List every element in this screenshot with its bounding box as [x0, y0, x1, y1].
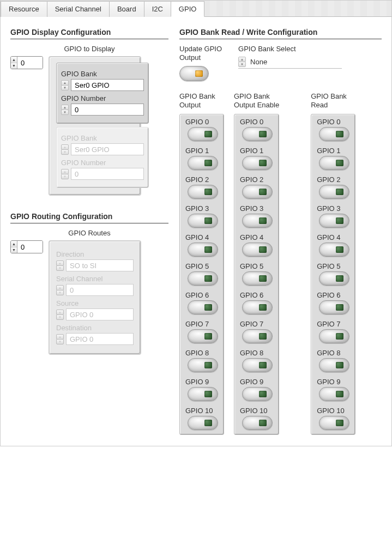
- gpio-cell: GPIO 2: [240, 174, 273, 201]
- source-spin: ▲▼: [56, 310, 64, 320]
- bank-select[interactable]: ▲▼ None: [238, 57, 342, 69]
- gpio-toggle-output-enable-10[interactable]: [242, 416, 273, 430]
- routes-index-stepper[interactable]: ▲ ▼: [10, 240, 43, 253]
- bank-spin-down[interactable]: ▼: [61, 85, 69, 90]
- gpio-toggle-output-enable-2[interactable]: [242, 185, 273, 199]
- gpio-toggle-output-enable-9[interactable]: [242, 387, 273, 401]
- gpio-number-spin-down[interactable]: ▼: [61, 110, 69, 115]
- bank-spin-disabled: ▲ ▼: [61, 144, 69, 155]
- gpio-toggle-output-9[interactable]: [188, 387, 218, 401]
- gpio-toggle-read-7[interactable]: [319, 329, 349, 343]
- gpio-toggle-output-enable-6[interactable]: [242, 300, 273, 314]
- tab-serial-channel[interactable]: Serial Channel: [47, 1, 110, 17]
- gpio-number-value-disabled: [71, 168, 144, 180]
- gpio-toggle-output-enable-0[interactable]: [242, 127, 273, 141]
- destination-spin: ▲▼: [56, 334, 64, 344]
- gpio-toggle-output-enable-1[interactable]: [242, 156, 273, 170]
- tab-resource[interactable]: Resource: [1, 1, 47, 17]
- gpio-cell: GPIO 7: [185, 319, 218, 346]
- display-index-stepper[interactable]: ▲ ▼: [10, 56, 43, 69]
- gpio-toggle-output-5[interactable]: [188, 271, 218, 286]
- gpio-number-label: GPIO Number: [61, 94, 144, 102]
- gpio-cell: GPIO 4: [185, 232, 218, 259]
- led-icon: [259, 420, 267, 426]
- gpio-toggle-output-enable-5[interactable]: [242, 271, 273, 286]
- gpio-toggle-output-8[interactable]: [188, 358, 218, 372]
- gpio-toggle-output-enable-7[interactable]: [242, 329, 273, 343]
- gpio-toggle-output-4[interactable]: [188, 243, 218, 257]
- gpio-col-list: GPIO 0GPIO 1GPIO 2GPIO 3GPIO 4GPIO 5GPIO…: [234, 114, 279, 435]
- led-icon: [204, 304, 212, 311]
- display-index-up[interactable]: ▲: [11, 57, 17, 63]
- gpio-toggle-output-7[interactable]: [188, 329, 218, 343]
- gpio-toggle-read-6[interactable]: [319, 300, 349, 314]
- gpio-toggle-output-enable-3[interactable]: [242, 214, 273, 228]
- gpio-toggle-output-3[interactable]: [188, 214, 218, 228]
- gpio-toggle-output-enable-4[interactable]: [242, 243, 273, 257]
- gpio-toggle-read-2[interactable]: [319, 185, 349, 199]
- led-icon: [259, 391, 267, 397]
- tab-board[interactable]: Board: [109, 1, 144, 17]
- display-index-down[interactable]: ▼: [11, 63, 17, 69]
- routes-index-down[interactable]: ▼: [11, 247, 17, 253]
- gpio-cell: GPIO 6: [240, 290, 273, 317]
- gpio-cell: GPIO 0: [240, 117, 273, 143]
- gpio-cell: GPIO 7: [317, 319, 349, 346]
- tab-gpio[interactable]: GPIO: [171, 1, 205, 17]
- led-icon: [336, 246, 343, 253]
- bank-select-spin[interactable]: ▲▼: [238, 57, 246, 67]
- led-icon: [336, 304, 343, 311]
- gpio-toggle-read-10[interactable]: [319, 416, 349, 430]
- update-output-button[interactable]: [179, 66, 209, 81]
- routing-config-title: GPIO Routing Configuration: [10, 212, 168, 223]
- gpio-cell-label: GPIO 4: [185, 232, 209, 241]
- gpio-toggle-read-9[interactable]: [319, 387, 349, 401]
- gpio-col-output: GPIO Bank OutputGPIO 0GPIO 1GPIO 2GPIO 3…: [179, 92, 224, 435]
- gpio-cell: GPIO 7: [240, 319, 273, 346]
- led-icon: [204, 275, 212, 282]
- gpio-cell-label: GPIO 0: [240, 117, 263, 126]
- update-output-label: Update GPIO Output: [179, 45, 222, 63]
- gpio-number-spin-disabled: ▲ ▼: [61, 169, 69, 179]
- gpio-toggle-read-1[interactable]: [319, 156, 349, 170]
- led-icon: [204, 160, 212, 166]
- display-index-input[interactable]: [17, 57, 43, 69]
- led-icon: [259, 160, 267, 166]
- gpio-toggle-read-3[interactable]: [319, 214, 349, 228]
- gpio-toggle-output-0[interactable]: [188, 127, 218, 141]
- gpio-cell: GPIO 9: [317, 377, 349, 403]
- routes-index-input[interactable]: [17, 241, 43, 253]
- gpio-cell-label: GPIO 6: [185, 290, 209, 299]
- direction-value: [66, 259, 134, 271]
- routes-index-up[interactable]: ▲: [11, 241, 17, 247]
- gpio-toggle-output-enable-8[interactable]: [242, 358, 273, 372]
- gpio-cell: GPIO 3: [317, 203, 349, 230]
- gpio-toggle-output-6[interactable]: [188, 300, 218, 314]
- bank-spin[interactable]: ▲ ▼: [61, 80, 69, 90]
- bank-value[interactable]: [71, 79, 144, 91]
- tab-i2c[interactable]: I2C: [144, 1, 171, 17]
- gpio-toggle-output-2[interactable]: [188, 185, 218, 199]
- led-icon: [259, 333, 267, 340]
- led-icon: [259, 304, 267, 311]
- gpio-cell-label: GPIO 3: [185, 203, 209, 213]
- gpio-cell-label: GPIO 3: [317, 203, 340, 213]
- gpio-number-spin[interactable]: ▲ ▼: [61, 105, 69, 115]
- gpio-cell-label: GPIO 1: [317, 146, 340, 155]
- direction-spin: ▲▼: [56, 261, 64, 271]
- led-icon: [336, 333, 343, 340]
- gpio-toggle-read-8[interactable]: [319, 358, 349, 372]
- gpio-cell-label: GPIO 7: [185, 319, 209, 328]
- gpio-cell-label: GPIO 0: [185, 117, 209, 126]
- gpio-toggle-output-1[interactable]: [188, 156, 218, 170]
- gpio-toggle-output-10[interactable]: [188, 416, 218, 430]
- bank-value-disabled: [71, 143, 144, 155]
- gpio-toggle-read-5[interactable]: [319, 271, 349, 286]
- serial-channel-spin: ▲▼: [56, 285, 64, 295]
- display-config-title: GPIO Display Configuration: [10, 28, 168, 39]
- gpio-cell: GPIO 5: [240, 261, 273, 288]
- gpio-number-value[interactable]: [71, 104, 144, 116]
- gpio-toggle-read-4[interactable]: [319, 243, 349, 257]
- gpio-cell-label: GPIO 4: [317, 232, 340, 241]
- gpio-toggle-read-0[interactable]: [319, 127, 349, 141]
